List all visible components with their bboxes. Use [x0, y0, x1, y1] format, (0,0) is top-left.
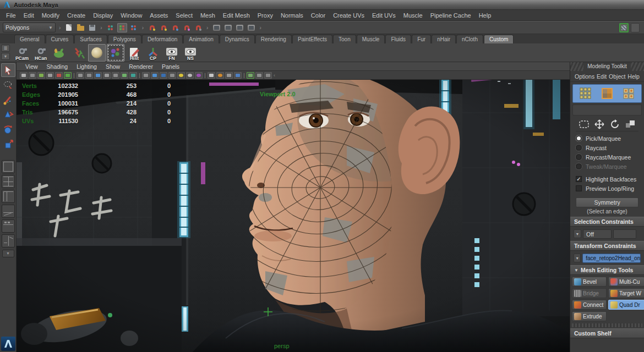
shelf-tab-nhair[interactable]: nHair: [432, 35, 456, 43]
menu-edit-mesh[interactable]: Edit Mesh: [219, 10, 254, 21]
viewport-menu-renderer[interactable]: Renderer: [124, 62, 157, 71]
connect-button[interactable]: Connect: [572, 300, 607, 310]
depth-of-field-icon[interactable]: [216, 72, 224, 79]
shelf-tab-dynamics[interactable]: Dynamics: [220, 35, 255, 43]
shelf-item-sphere[interactable]: [88, 44, 106, 62]
safe-title-icon[interactable]: [129, 72, 137, 79]
gate-mask-icon[interactable]: [103, 72, 111, 79]
mtk-menu-help[interactable]: Help: [627, 73, 640, 80]
shelf-item-cp[interactable]: CP: [144, 44, 162, 62]
select-component-button[interactable]: [129, 23, 139, 32]
menu-set-selector[interactable]: Polygons ▼: [3, 23, 56, 32]
render-current-frame-button[interactable]: [223, 23, 233, 32]
edge-mode-icon[interactable]: [600, 86, 614, 101]
section-custom-shelf[interactable]: Custom Shelf: [570, 328, 644, 338]
save-scene-button[interactable]: [87, 23, 97, 32]
menu-mesh[interactable]: Mesh: [197, 10, 219, 21]
menu-display[interactable]: Display: [89, 10, 117, 21]
shelf-tab-general[interactable]: General: [14, 35, 45, 43]
group-separator-icon[interactable]: ›: [258, 25, 263, 31]
lock-camera-icon[interactable]: [29, 72, 36, 79]
multi-cut-button[interactable]: Multi-Cu: [608, 277, 644, 287]
group-separator-icon[interactable]: ›: [140, 25, 145, 31]
shelf-item-fn[interactable]: FN: [163, 44, 181, 62]
rotate-icon[interactable]: [609, 119, 621, 129]
shelf-tab-rendering[interactable]: Rendering: [255, 35, 292, 43]
sidebar-toggle-icon[interactable]: [631, 23, 640, 32]
layout-single-persp-button[interactable]: [2, 160, 15, 173]
shelf-tab-painteffects[interactable]: PaintEffects: [292, 35, 332, 43]
motion-blur-icon[interactable]: [195, 72, 203, 79]
menu-assets[interactable]: Assets: [146, 10, 172, 21]
render-settings-button[interactable]: [246, 23, 256, 32]
xray-icon[interactable]: [234, 72, 242, 79]
layout-persp-uv-button[interactable]: [2, 234, 15, 248]
menu-create-uvs[interactable]: Create UVs: [329, 10, 368, 21]
layout-four-view-button[interactable]: [2, 175, 15, 188]
mtk-menu-options[interactable]: Options: [575, 73, 594, 80]
shelf-item-ns[interactable]: NS: [182, 44, 199, 62]
bevel-button[interactable]: Bevel: [572, 277, 607, 287]
menu-pipeline-cache[interactable]: Pipeline Cache: [427, 10, 475, 21]
section-mesh-editing-tools[interactable]: ▼Mesh Editing Tools: [570, 265, 644, 275]
shelf-tab-custom[interactable]: Custom: [484, 35, 514, 43]
ipr-render-button[interactable]: [234, 23, 244, 32]
group-separator-icon[interactable]: ›: [205, 25, 210, 31]
textured-icon[interactable]: [160, 72, 167, 79]
viewport-menu-panels[interactable]: Panels: [157, 62, 184, 71]
shelf-item-hcam[interactable]: HCan: [32, 44, 50, 62]
section-selection-constraints[interactable]: Selection Constraints: [570, 217, 644, 227]
menu-modify[interactable]: Modify: [38, 10, 63, 21]
viewport-menu-show[interactable]: Show: [101, 62, 124, 71]
shelf-tab-muscle[interactable]: Muscle: [357, 35, 385, 43]
gamma-icon[interactable]: [255, 72, 263, 79]
section-transform-constraints[interactable]: Transform Constraints: [570, 241, 644, 251]
new-scene-button[interactable]: [64, 23, 74, 32]
group-separator-icon[interactable]: ›: [99, 25, 103, 31]
shadows-icon[interactable]: [177, 72, 185, 79]
viewport-menu-view[interactable]: View: [21, 62, 42, 71]
move-icon[interactable]: [593, 119, 605, 129]
menu-color[interactable]: Color: [307, 10, 329, 21]
menu-edit-uvs[interactable]: Edit UVs: [368, 10, 400, 21]
checkbox-preview-loop-ring[interactable]: Preview Loop/Ring: [576, 184, 644, 193]
snap-to-grid-button[interactable]: [147, 23, 157, 32]
isolate-select-icon[interactable]: [225, 72, 233, 79]
menu-create[interactable]: Create: [63, 10, 89, 21]
lasso-tool-button[interactable]: [1, 78, 15, 92]
selection-constraint-extra-field[interactable]: [613, 229, 636, 239]
layout-persp-outliner-button[interactable]: [2, 190, 15, 203]
grid-toggle-icon[interactable]: [77, 72, 84, 79]
menu-help[interactable]: Help: [475, 10, 495, 21]
layout-persp-graph-button[interactable]: [2, 205, 15, 218]
shelf-item-plant[interactable]: [69, 44, 87, 62]
symmetry-button[interactable]: Symmetry: [576, 197, 638, 207]
multisampling-icon[interactable]: [208, 72, 215, 79]
wireframe-icon[interactable]: [142, 72, 150, 79]
shelf-item-creature[interactable]: [51, 44, 68, 62]
scale-icon[interactable]: [624, 119, 636, 129]
shaded-icon[interactable]: [151, 72, 159, 79]
field-chart-icon[interactable]: [112, 72, 119, 79]
vertex-mode-icon[interactable]: [578, 86, 593, 101]
image-plane-icon[interactable]: [55, 72, 63, 79]
shelf-tab-curves[interactable]: Curves: [46, 35, 74, 43]
camera-attributes-icon[interactable]: [37, 72, 45, 79]
select-object-button[interactable]: [117, 23, 127, 32]
scale-tool-button[interactable]: [1, 138, 15, 151]
bookmark-icon[interactable]: [46, 72, 54, 79]
marquee-icon[interactable]: [578, 119, 590, 129]
menu-window[interactable]: Window: [117, 10, 146, 21]
shelf-item-hist[interactable]: Hist: [125, 44, 143, 62]
snap-to-point-button[interactable]: [170, 23, 180, 32]
bridge-button[interactable]: Bridge: [572, 288, 607, 298]
shelf-tab-toon[interactable]: Toon: [333, 35, 356, 43]
rotate-tool-button[interactable]: [1, 123, 15, 136]
extrude-button[interactable]: Extrude: [572, 311, 607, 321]
move-tool-button[interactable]: [1, 108, 15, 122]
shelf-menu-buttons[interactable]: ☰▼: [1, 45, 10, 61]
menu-select[interactable]: Select: [172, 10, 197, 21]
render-view-button[interactable]: [211, 23, 221, 32]
snap-to-view-plane-button[interactable]: [193, 23, 203, 32]
shelf-item-pcam[interactable]: PCam: [13, 44, 31, 62]
